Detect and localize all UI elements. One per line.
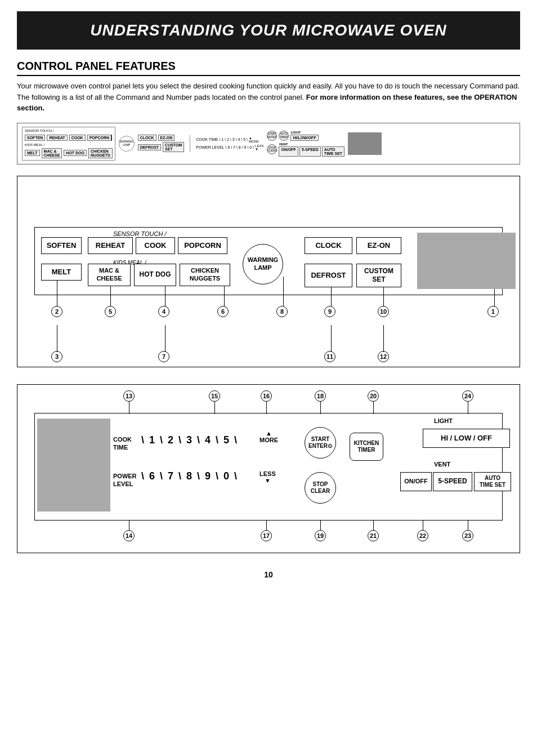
page-number: 10	[0, 570, 537, 579]
vent-label: VENT	[434, 461, 450, 468]
num-23: 23	[462, 530, 473, 541]
num-20: 20	[368, 390, 379, 402]
num-10: 10	[378, 306, 389, 317]
mini-clock-area: CLOCK EZ-ON DEFROST CUSTOMSET	[138, 135, 185, 152]
on-off-button[interactable]: ON/OFF	[400, 472, 432, 491]
warming-lamp-button[interactable]: WARMINGLAMP	[243, 244, 283, 284]
clock-button[interactable]: CLOCK	[305, 237, 352, 254]
num-4: 4	[158, 306, 169, 317]
num-11: 11	[324, 351, 335, 362]
mini-panel-left: SENSOR TOUCH / SOFTEN REHEAT COOK POPCOR…	[22, 127, 115, 161]
soften-button[interactable]: SOFTEN	[41, 237, 82, 254]
display-block-2	[37, 419, 110, 512]
num-5: 5	[105, 306, 116, 317]
page-header: UNDERSTANDING YOUR MICROWAVE OVEN	[17, 11, 520, 50]
numpad-bottom-row: \ 6 \ 7 \ 8 \ 9 \ 0 \	[141, 470, 238, 482]
num-12: 12	[378, 351, 389, 362]
reheat-button[interactable]: REHEAT	[88, 237, 133, 254]
num-13: 13	[123, 390, 135, 402]
mac-cheese-button[interactable]: MAC &CHEESE	[88, 264, 131, 286]
mini-panel-thumbnail: SENSOR TOUCH / SOFTEN REHEAT COOK POPCOR…	[17, 123, 520, 164]
num-19: 19	[315, 530, 326, 541]
num-24: 24	[462, 390, 473, 402]
five-speed-button[interactable]: 5-SPEED	[433, 472, 472, 491]
cook-button[interactable]: COOK	[136, 237, 175, 254]
page-title: UNDERSTANDING YOUR MICROWAVE OVEN	[28, 21, 509, 39]
sensor-touch-label: SENSOR TOUCH /	[113, 230, 167, 237]
hi-low-off-button[interactable]: HI / LOW / OFF	[423, 429, 510, 448]
display-block	[417, 233, 516, 289]
num-21: 21	[368, 530, 379, 541]
melt-button[interactable]: MELT	[41, 264, 82, 281]
less-label: LESS▼	[259, 470, 276, 484]
diagram-1: 2 5 4 6 8 9 10 1 3 7 11 12 SENSOR TOUCH …	[17, 176, 520, 367]
mini-numpad: COOK TIME \ 1 \ 2 \ 3 \ 4 \ 5 \ ▲MORE PO…	[196, 136, 263, 151]
diagram-2: 13 15 16 18 20 24 14 17 19 21 22 23 COOK…	[17, 384, 520, 553]
custom-set-button[interactable]: CUSTOMSET	[356, 264, 401, 287]
num-6: 6	[217, 306, 229, 317]
more-label: ▲MORE	[259, 430, 278, 443]
defrost-button[interactable]: DEFROST	[305, 264, 352, 287]
stop-clear-button[interactable]: STOPCLEAR	[305, 472, 336, 504]
chicken-nuggets-button[interactable]: CHICKENNUGGETS	[180, 264, 230, 286]
power-level-label: POWERLEVEL	[113, 472, 137, 488]
auto-time-set-button[interactable]: AUTOTIME SET	[474, 472, 511, 491]
mini-gray-display	[348, 132, 382, 155]
body-text: Your microwave oven control panel lets y…	[17, 81, 520, 114]
num-14: 14	[123, 530, 135, 541]
num-8: 8	[276, 306, 288, 317]
section-title: CONTROL PANEL FEATURES	[17, 60, 520, 76]
num-7: 7	[158, 351, 169, 362]
start-enter-button[interactable]: STARTENTER⊙	[305, 427, 336, 459]
num-15: 15	[209, 390, 220, 402]
num-2: 2	[51, 306, 62, 317]
numpad-top-row: \ 1 \ 2 \ 3 \ 4 \ 5 \	[141, 434, 238, 446]
num-22: 22	[417, 530, 428, 541]
light-label: LIGHT	[434, 417, 453, 424]
popcorn-button[interactable]: POPCORN	[178, 237, 227, 254]
mini-right-buttons: STARTENTER AUTOTIMER LIGHT HI/LOW/OFF ST…	[267, 131, 344, 157]
kitchen-timer-button[interactable]: KITCHENTIMER	[350, 433, 383, 461]
ez-on-button[interactable]: EZ-ON	[356, 237, 401, 254]
num-9: 9	[324, 306, 335, 317]
num-17: 17	[261, 530, 272, 541]
hot-dog-button[interactable]: HOT DOG	[134, 264, 176, 286]
num-16: 16	[261, 390, 272, 402]
mini-warming-lamp: WARMINGLAMP	[119, 136, 135, 152]
num-1: 1	[487, 306, 499, 317]
cook-time-label: COOKTIME	[113, 435, 132, 452]
num-18: 18	[315, 390, 326, 402]
num-3: 3	[51, 351, 62, 362]
